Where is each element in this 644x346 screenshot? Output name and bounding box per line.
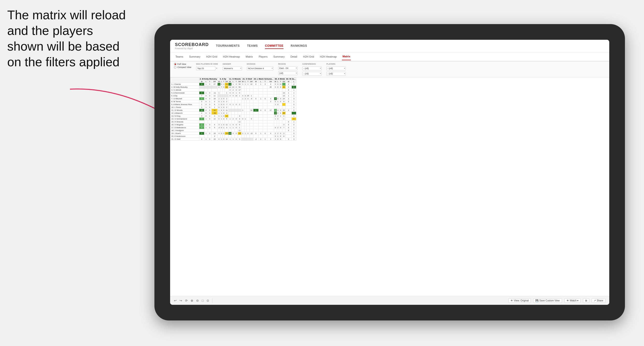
matrix-cell xyxy=(235,100,238,103)
matrix-cell xyxy=(259,118,263,121)
save-custom-view-btn[interactable]: 💾 Save Custom View xyxy=(533,298,562,303)
matrix-cell: 0 xyxy=(235,89,238,92)
conference-select2[interactable]: - (All) xyxy=(302,72,322,76)
matrix-cell: 0 xyxy=(223,97,225,100)
matrix-cell xyxy=(246,103,250,106)
matrix-cell xyxy=(286,132,292,135)
table-row: 2. M Kelly Mulcahy070401010050350604606 xyxy=(170,86,296,89)
matrix-cell: -2 xyxy=(253,138,258,141)
matrix-cell: 1 xyxy=(220,115,222,118)
division-select[interactable]: NCAA Division II NCAA Division I NCAA Di… xyxy=(247,66,274,70)
nav-item-teams[interactable]: TEAMS xyxy=(247,43,258,49)
sub-nav-h2h-heatmap2[interactable]: H2H Heatmap xyxy=(320,53,337,60)
matrix-cell xyxy=(244,103,246,106)
zoom-in-icon[interactable]: ⊕ xyxy=(190,299,193,302)
gender-select[interactable]: Women's Men's Both xyxy=(223,66,242,70)
matrix-cell: 1 xyxy=(220,138,222,141)
matrix-cell xyxy=(228,135,232,138)
matrix-cell: 0 xyxy=(263,132,267,135)
matrix-cell: 3 xyxy=(225,126,228,129)
sh-mulcahy-l: L xyxy=(204,80,208,83)
sub-nav-summary2[interactable]: Summary xyxy=(273,53,285,60)
matrix-cell xyxy=(238,109,241,112)
sub-nav-matrix[interactable]: Matrix xyxy=(245,53,253,60)
view-original-icon: 👁 xyxy=(510,299,513,302)
toolbar-right: 👁 View: Original 💾 Save Custom View 👁 Wa… xyxy=(508,298,606,303)
matrix-cell xyxy=(246,106,250,109)
matrix-cell xyxy=(279,89,282,92)
region-select1[interactable]: East - DII West - DII xyxy=(278,66,298,70)
matrix-cell: 14 xyxy=(212,118,218,121)
full-view-radio[interactable] xyxy=(174,63,176,65)
share-btn[interactable]: ↗ Share xyxy=(592,298,606,303)
compact-view-radio[interactable] xyxy=(174,66,176,68)
matrix-cell xyxy=(235,112,238,115)
sub-nav-teams[interactable]: Teams xyxy=(175,53,184,60)
players-select1[interactable]: - (All) xyxy=(326,66,346,70)
sub-nav-players[interactable]: Players xyxy=(258,53,268,60)
fit-icon[interactable]: □ xyxy=(202,299,204,302)
players-select2[interactable]: - (All) xyxy=(326,72,346,76)
compact-view-option[interactable]: Compact View xyxy=(174,66,191,68)
nav-item-committee[interactable]: COMMITTEE xyxy=(265,43,284,49)
matrix-cell: 0 xyxy=(277,97,279,100)
clock-icon[interactable]: ⊙ xyxy=(206,299,209,302)
matrix-cell: 1 xyxy=(292,129,296,132)
nav-item-tournaments[interactable]: TOURNAMENTS xyxy=(216,43,240,49)
view-original-btn[interactable]: 👁 View: Original xyxy=(508,298,531,303)
matrix-cell xyxy=(253,126,258,129)
sh-woods-dif: Dif xyxy=(238,80,241,83)
matrix-cell xyxy=(263,123,267,126)
players-wrapper2: - (All) xyxy=(326,71,346,76)
max-players-select[interactable]: Top 25 Top 10 Top 50 xyxy=(196,66,216,70)
save-label: Save Custom View xyxy=(539,299,560,302)
matrix-cell: 18 xyxy=(212,97,218,100)
conference-select1[interactable]: - (All) xyxy=(302,66,322,70)
sub-nav-summary[interactable]: Summary xyxy=(188,53,201,60)
matrix-cell: 0 xyxy=(204,115,208,118)
matrix-cell: 14 xyxy=(225,138,228,141)
matrix-cell xyxy=(199,135,204,138)
matrix-cell: 2 xyxy=(274,112,277,115)
matrix-cell: 19 xyxy=(212,132,218,135)
layout-btn[interactable]: ⊞ xyxy=(583,298,589,303)
sub-nav-matrix2[interactable]: Matrix xyxy=(342,53,350,60)
matrix-cell: 0 xyxy=(208,138,212,141)
redo-icon[interactable]: ↪ xyxy=(180,299,182,302)
matrix-cell xyxy=(241,89,244,92)
matrix-cell: 0 xyxy=(218,86,220,89)
sub-nav-detail[interactable]: Detail xyxy=(290,53,298,60)
refresh-icon[interactable]: ⟳ xyxy=(185,299,188,302)
tablet-screen: SCOREBOARD Powered by clippd TOURNAMENTS… xyxy=(170,40,609,305)
matrix-cell: 1 xyxy=(228,138,232,141)
matrix-cell xyxy=(267,123,274,126)
nav-item-rankings[interactable]: RANKINGS xyxy=(291,43,307,49)
full-view-option[interactable]: Full View xyxy=(174,63,191,65)
sub-nav-h2h-grid2[interactable]: H2H Grid xyxy=(302,53,315,60)
matrix-cell xyxy=(259,135,263,138)
table-row: 16. X Mcgaha2104310111005300 xyxy=(170,123,296,126)
matrix-cell: 0 xyxy=(235,126,238,129)
matrix-cell xyxy=(253,112,258,115)
matrix-cell: 0 xyxy=(204,109,208,112)
sh-webb-t: T xyxy=(279,80,282,83)
sub-nav-h2h-heatmap[interactable]: H2H Heatmap xyxy=(222,53,240,60)
undo-icon[interactable]: ↩ xyxy=(174,299,176,302)
matrix-cell: 0 xyxy=(218,100,220,103)
matrix-cell: -58 xyxy=(212,112,218,115)
watch-btn[interactable]: 👁 Watch ▾ xyxy=(564,298,581,303)
division-label: Division xyxy=(247,63,274,65)
matrix-cell: 1 xyxy=(292,126,296,129)
zoom-out-icon[interactable]: ⊖ xyxy=(196,299,199,302)
matrix-cell xyxy=(225,121,228,123)
matrix-cell: 3 xyxy=(282,123,286,126)
matrix-cell: 1 xyxy=(218,92,220,94)
matrix-cell: 2 xyxy=(241,132,244,135)
matrix-container[interactable]: 2. M Kelly Mulcahy 6. A Dy 11. G Woods 2… xyxy=(170,77,609,296)
matrix-cell xyxy=(232,121,235,123)
matrix-cell: 0 xyxy=(228,94,232,97)
matrix-cell: 14 xyxy=(235,94,238,97)
sub-nav-h2h-grid[interactable]: H2H Grid xyxy=(206,53,218,60)
region-select2[interactable]: (All) xyxy=(278,71,298,75)
matrix-cell: 2 xyxy=(274,132,277,135)
